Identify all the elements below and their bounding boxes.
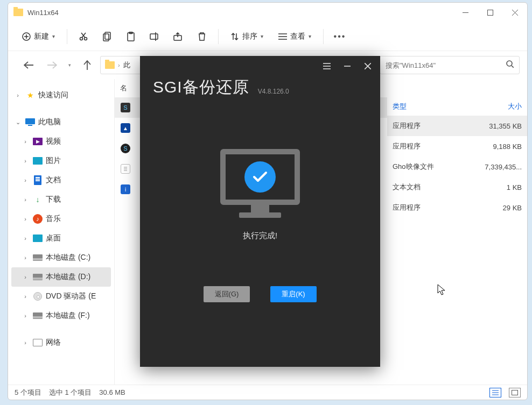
success-check-icon <box>244 161 276 193</box>
up-button[interactable] <box>80 58 95 73</box>
expand-icon[interactable]: › <box>21 254 30 261</box>
nav-disk-c[interactable]: ›本地磁盘 (C:) <box>11 248 111 267</box>
nav-music[interactable]: ›♪音乐 <box>11 209 111 229</box>
thumbnails-view-button[interactable] <box>509 388 521 397</box>
restart-button[interactable]: 重启(K) <box>270 286 317 302</box>
svg-rect-11 <box>105 32 110 39</box>
col-type[interactable]: 类型 <box>393 102 473 111</box>
copy-button[interactable] <box>96 26 118 47</box>
cut-button[interactable] <box>73 26 94 47</box>
breadcrumb-separator: › <box>118 62 120 68</box>
back-button[interactable]: 返回(G) <box>204 286 250 302</box>
search-input[interactable] <box>386 61 506 69</box>
col-name[interactable]: 名 <box>115 79 136 97</box>
label: 此电脑 <box>38 117 61 127</box>
new-label: 新建 <box>34 32 49 41</box>
sgi-dialog: SGI备份还原 V4.8.126.0 执行完成! 返回(G) 重启(K) <box>140 56 380 367</box>
expand-icon[interactable]: › <box>21 138 30 145</box>
nav-quick-access[interactable]: › ★ 快速访问 <box>11 86 111 105</box>
dvd-icon <box>33 292 42 301</box>
selected-size: 30.6 MB <box>99 388 125 396</box>
col-size[interactable]: 大小 <box>473 102 522 111</box>
maximize-button[interactable] <box>478 4 502 21</box>
nav-desktop[interactable]: ›桌面 <box>11 229 111 248</box>
gho-icon: S <box>121 144 130 153</box>
sidebar: › ★ 快速访问 ⌄ 此电脑 ›▶视频 ›图片 ›文档 ›↓下载 ›♪音乐 ›桌… <box>8 79 115 385</box>
nav-disk-d[interactable]: ›本地磁盘 (D:) <box>11 267 111 287</box>
svg-line-10 <box>81 33 85 38</box>
pictures-icon <box>33 157 43 165</box>
expand-icon[interactable]: › <box>21 339 30 346</box>
nav-pictures[interactable]: ›图片 <box>11 151 111 170</box>
type: 文本文档 <box>393 182 473 192</box>
desktop-icon <box>33 235 43 242</box>
expand-icon[interactable]: › <box>21 293 30 300</box>
chevron-down-icon: ▾ <box>309 33 311 39</box>
nav-dvd[interactable]: ›DVD 驱动器 (E <box>11 287 111 306</box>
dialog-close-button[interactable] <box>360 59 376 74</box>
new-button[interactable]: 新建 ▾ <box>16 26 61 47</box>
type: Gho映像文件 <box>393 162 473 172</box>
details-view-button[interactable] <box>489 388 501 397</box>
chevron-down-icon: ▾ <box>261 33 263 39</box>
expand-icon[interactable]: › <box>21 158 30 164</box>
paste-button[interactable] <box>120 26 142 47</box>
expand-icon[interactable]: › <box>13 92 22 98</box>
svg-rect-1 <box>487 10 493 15</box>
nav-network[interactable]: ›网络 <box>11 333 111 352</box>
file-row-r[interactable]: 应用程序9,188 KB <box>387 136 527 157</box>
size: 7,339,435... <box>473 163 522 171</box>
search-icon[interactable] <box>506 60 514 70</box>
expand-icon[interactable]: › <box>21 196 30 203</box>
network-icon <box>33 339 43 346</box>
minimize-button[interactable] <box>453 4 478 21</box>
monitor-icon <box>220 149 300 218</box>
expand-icon[interactable]: › <box>21 177 30 183</box>
more-button[interactable]: ••• <box>329 26 351 47</box>
file-row-r[interactable]: 应用程序31,355 KB <box>387 116 527 136</box>
app-icon: S <box>121 103 130 112</box>
forward-button[interactable] <box>45 58 60 73</box>
dialog-version: V4.8.126.0 <box>258 88 289 98</box>
file-row-r[interactable]: 文本文档1 KB <box>387 177 527 197</box>
separator <box>67 29 67 44</box>
view-button[interactable]: 查看 ▾ <box>272 26 318 47</box>
expand-icon[interactable]: › <box>21 235 30 241</box>
window-title: Win11x64 <box>27 9 59 17</box>
rename-button[interactable] <box>144 26 165 47</box>
history-chevron-icon[interactable]: ▾ <box>68 62 71 68</box>
svg-rect-23 <box>25 118 35 124</box>
collapse-icon[interactable]: ⌄ <box>13 119 22 126</box>
expand-icon[interactable]: › <box>21 274 30 280</box>
nav-arrows: ▾ <box>21 58 95 73</box>
nav-disk-f[interactable]: ›本地磁盘 (F:) <box>11 306 111 325</box>
share-button[interactable] <box>167 26 189 47</box>
nav-documents[interactable]: ›文档 <box>11 170 111 190</box>
delete-button[interactable] <box>191 26 213 47</box>
type: 应用程序 <box>393 121 473 131</box>
dialog-minimize-button[interactable] <box>339 59 355 74</box>
file-row-r[interactable]: Gho映像文件7,339,435... <box>387 157 527 177</box>
size: 9,188 KB <box>473 143 522 151</box>
label: 视频 <box>46 137 61 146</box>
breadcrumb-item[interactable]: 此 <box>123 60 130 70</box>
nav-this-pc[interactable]: ⌄ 此电脑 <box>11 112 111 132</box>
label: 文档 <box>46 175 61 185</box>
dialog-menu-button[interactable] <box>319 59 335 74</box>
svg-point-21 <box>507 61 512 66</box>
nav-downloads[interactable]: ›↓下载 <box>11 190 111 209</box>
app-icon: i <box>121 184 130 194</box>
sort-button[interactable]: 排序 ▾ <box>224 26 270 47</box>
back-button[interactable] <box>21 58 36 73</box>
dialog-message: 执行完成! <box>243 231 277 241</box>
expand-icon[interactable]: › <box>21 312 30 319</box>
search-bar[interactable] <box>380 56 520 74</box>
chevron-down-icon: ▾ <box>52 33 55 39</box>
close-button[interactable] <box>502 4 527 21</box>
nav-videos[interactable]: ›▶视频 <box>11 132 111 151</box>
status-bar: 5 个项目 选中 1 个项目 30.6 MB <box>8 385 527 400</box>
expand-icon[interactable]: › <box>21 216 30 222</box>
label: 本地磁盘 (D:) <box>46 272 90 282</box>
file-row-r[interactable]: 应用程序29 KB <box>387 197 527 218</box>
label: 桌面 <box>46 233 61 243</box>
